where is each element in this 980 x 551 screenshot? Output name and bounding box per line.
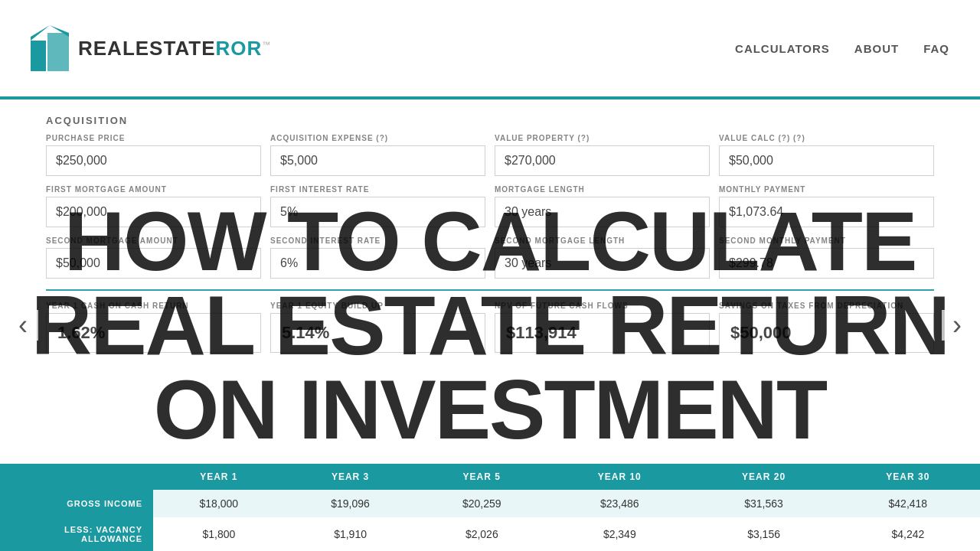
logo-icon (31, 25, 69, 71)
monthly-payment-group: MONTHLY PAYMENT (719, 185, 934, 227)
monthly-payment-input[interactable] (719, 197, 934, 227)
nav-faq[interactable]: FAQ (923, 42, 949, 55)
second-payment-input[interactable] (719, 248, 934, 279)
second-interest-input[interactable] (270, 248, 485, 279)
header: REALESTATEROR™ CALCULATORS ABOUT FAQ (0, 0, 980, 99)
vacancy-year30: $4,242 (836, 517, 980, 551)
gross-income-year5: $20,259 (416, 490, 547, 517)
input-row-1: PURCHASE PRICE ACQUISITION EXPENSE (?) V… (46, 134, 934, 176)
table-header-year30: YEAR 30 (836, 464, 980, 490)
table-header-empty (0, 464, 153, 490)
mortgage-length-group: MORTGAGE LENGTH (495, 185, 710, 227)
second-interest-label: SECOND INTEREST RATE (270, 236, 485, 245)
nav-calculators[interactable]: CALCULATORS (735, 42, 830, 55)
gross-income-year1: $18,000 (153, 490, 285, 517)
table-header-year1: YEAR 1 (153, 464, 285, 490)
first-interest-group: FIRST INTEREST RATE (270, 185, 485, 227)
acquisition-expense-input[interactable] (270, 145, 485, 176)
cash-return-value: 1.62% (46, 313, 261, 353)
table-row-vacancy: LESS: VACANCY ALLOWANCE $1,800 $1,910 $2… (0, 517, 980, 551)
equity-result-label: YEAR 1 EQUITY BUILD UP (270, 302, 485, 310)
table-header-year3: YEAR 3 (285, 464, 416, 490)
vacancy-year3: $1,910 (285, 517, 416, 551)
vacancy-label: LESS: VACANCY ALLOWANCE (0, 517, 153, 551)
data-table-section: YEAR 1 YEAR 3 YEAR 5 YEAR 10 YEAR 20 YEA… (0, 464, 980, 551)
gross-income-year10: $23,486 (547, 490, 691, 517)
gross-income-year20: $31,563 (691, 490, 835, 517)
table-header-year10: YEAR 10 (547, 464, 691, 490)
cash-return-result-label: YEAR 1 CASH ON CASH RETURN (46, 302, 261, 310)
value-property-label: VALUE PROPERTY (?) (495, 134, 710, 142)
first-mortgage-group: FIRST MORTGAGE AMOUNT (46, 185, 261, 227)
value-calc-group: VALUE CALC (?) (?) (719, 134, 934, 176)
carousel-arrow-left[interactable]: ‹ (8, 310, 38, 341)
vacancy-year1: $1,800 (153, 517, 285, 551)
divider (46, 289, 934, 291)
second-mortgage-label: SECOND MORTGAGE AMOUNT (46, 236, 261, 245)
first-interest-label: FIRST INTEREST RATE (270, 185, 485, 194)
equity-value: 5.14% (270, 313, 485, 353)
purchase-price-input[interactable] (46, 145, 261, 176)
table-row-gross-income: GROSS INCOME $18,000 $19,096 $20,259 $23… (0, 490, 980, 517)
second-length-input[interactable] (495, 248, 710, 279)
npv-result-label: NPV OF FUTURE CASH FLOWS (495, 302, 710, 310)
first-mortgage-label: FIRST MORTGAGE AMOUNT (46, 185, 261, 194)
second-mortgage-group: SECOND MORTGAGE AMOUNT (46, 236, 261, 279)
table-header-row: YEAR 1 YEAR 3 YEAR 5 YEAR 10 YEAR 20 YEA… (0, 464, 980, 490)
second-interest-group: SECOND INTEREST RATE (270, 236, 485, 279)
savings-result-label: SAVINGS ON TAXES FROM DEPRECIATION (719, 302, 934, 310)
logo: REALESTATEROR™ (31, 25, 271, 71)
table-header-year5: YEAR 5 (416, 464, 547, 490)
section-label: ACQUISITION (46, 115, 934, 126)
first-interest-input[interactable] (270, 197, 485, 227)
value-property-group: VALUE PROPERTY (?) (495, 134, 710, 176)
purchase-price-group: PURCHASE PRICE (46, 134, 261, 176)
second-payment-group: SECOND MONTHLY PAYMENT (719, 236, 934, 279)
carousel-arrow-right[interactable]: › (942, 310, 972, 341)
results-row: YEAR 1 CASH ON CASH RETURN 1.62% YEAR 1 … (46, 302, 934, 353)
monthly-payment-label: MONTHLY PAYMENT (719, 185, 934, 194)
gross-income-year3: $19,096 (285, 490, 416, 517)
savings-result: SAVINGS ON TAXES FROM DEPRECIATION $50,0… (719, 302, 934, 353)
vacancy-year20: $3,156 (691, 517, 835, 551)
main-nav: CALCULATORS ABOUT FAQ (735, 42, 949, 55)
svg-rect-0 (31, 41, 46, 71)
value-calc-input[interactable] (719, 145, 934, 176)
vacancy-year5: $2,026 (416, 517, 547, 551)
main-content: ACQUISITION PURCHASE PRICE ACQUISITION E… (0, 99, 980, 551)
input-row-3: SECOND MORTGAGE AMOUNT SECOND INTEREST R… (46, 236, 934, 279)
value-calc-label: VALUE CALC (?) (?) (719, 134, 934, 142)
logo-text: REALESTATEROR™ (78, 37, 271, 60)
data-table: YEAR 1 YEAR 3 YEAR 5 YEAR 10 YEAR 20 YEA… (0, 464, 980, 551)
mortgage-length-input[interactable] (495, 197, 710, 227)
second-mortgage-input[interactable] (46, 248, 261, 279)
value-property-input[interactable] (495, 145, 710, 176)
second-payment-label: SECOND MONTHLY PAYMENT (719, 236, 934, 245)
input-row-2: FIRST MORTGAGE AMOUNT FIRST INTEREST RAT… (46, 185, 934, 227)
svg-rect-1 (47, 33, 69, 71)
acquisition-expense-label: ACQUISITION EXPENSE (?) (270, 134, 485, 142)
equity-result: YEAR 1 EQUITY BUILD UP 5.14% (270, 302, 485, 353)
second-length-group: SECOND MORTGAGE LENGTH (495, 236, 710, 279)
nav-about[interactable]: ABOUT (854, 42, 899, 55)
npv-value: $113,914 (495, 313, 710, 353)
vacancy-year10: $2,349 (547, 517, 691, 551)
second-length-label: SECOND MORTGAGE LENGTH (495, 236, 710, 245)
first-mortgage-input[interactable] (46, 197, 261, 227)
purchase-price-label: PURCHASE PRICE (46, 134, 261, 142)
mortgage-length-label: MORTGAGE LENGTH (495, 185, 710, 194)
cash-return-result: YEAR 1 CASH ON CASH RETURN 1.62% (46, 302, 261, 353)
gross-income-year30: $42,418 (836, 490, 980, 517)
savings-value: $50,000 (719, 313, 934, 353)
acquisition-expense-group: ACQUISITION EXPENSE (?) (270, 134, 485, 176)
npv-result: NPV OF FUTURE CASH FLOWS $113,914 (495, 302, 710, 353)
table-header-year20: YEAR 20 (691, 464, 835, 490)
gross-income-label: GROSS INCOME (0, 490, 153, 517)
